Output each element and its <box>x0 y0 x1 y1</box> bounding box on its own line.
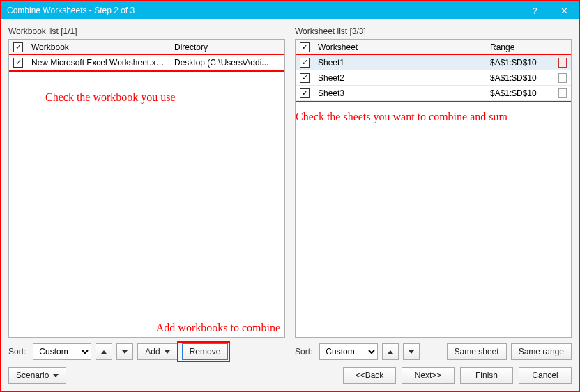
annotation-add: Add workbooks to combine <box>156 322 280 334</box>
next-button[interactable]: Next>> <box>402 367 455 384</box>
worksheet-row-checkbox[interactable] <box>300 73 310 83</box>
range-picker-icon[interactable] <box>558 58 567 68</box>
worksheet-row[interactable]: Sheet1 $A$1:$D$10 <box>296 55 571 70</box>
finish-button[interactable]: Finish <box>460 367 513 384</box>
same-sheet-button[interactable]: Same sheet <box>447 343 507 360</box>
move-down-button-right[interactable] <box>403 343 420 360</box>
annotation-workbook: Check the workbook you use <box>45 91 176 104</box>
worksheet-row[interactable]: Sheet2 $A$1:$D$10 <box>296 70 571 86</box>
add-button[interactable]: Add <box>137 343 177 360</box>
workbook-list-caption: Workbook list [1/1] <box>8 26 285 39</box>
range-picker-icon[interactable] <box>558 88 567 98</box>
worksheet-select-all-checkbox[interactable] <box>300 42 310 52</box>
worksheet-row[interactable]: Sheet3 $A$1:$D$10 <box>296 86 571 101</box>
workbook-row-checkbox[interactable] <box>13 58 23 68</box>
sort-label-left: Sort: <box>8 347 26 356</box>
remove-button[interactable]: Remove <box>182 343 229 360</box>
worksheet-row-checkbox[interactable] <box>300 58 310 68</box>
back-button[interactable]: <<Back <box>343 367 396 384</box>
sort-label-right: Sort: <box>295 347 312 356</box>
sort-select-left[interactable]: Custom <box>33 343 91 360</box>
workbook-select-all-checkbox[interactable] <box>13 42 23 52</box>
help-button[interactable]: ? <box>520 1 549 19</box>
move-down-button-left[interactable] <box>116 343 133 360</box>
title-bar: Combine Worksheets - Step 2 of 3 ? ✕ <box>1 1 579 19</box>
worksheet-row-name: Sheet3 <box>314 88 486 98</box>
worksheet-list-caption: Worksheet list [3/3] <box>295 26 572 39</box>
cancel-button[interactable]: Cancel <box>519 367 572 384</box>
worksheet-row-range: $A$1:$D$10 <box>486 88 554 98</box>
annotation-sheets: Check the sheets you want to combine and… <box>296 111 508 123</box>
worksheet-row-range: $A$1:$D$10 <box>486 58 554 68</box>
workbook-row-name: New Microsoft Excel Worksheet.xlsx <box>27 58 170 68</box>
move-up-button-left[interactable] <box>96 343 112 360</box>
close-button[interactable]: ✕ <box>549 1 579 19</box>
workbook-row[interactable]: New Microsoft Excel Worksheet.xlsx Deskt… <box>9 55 284 70</box>
worksheet-row-range: $A$1:$D$10 <box>486 73 554 83</box>
move-up-button-right[interactable] <box>382 343 399 360</box>
workbook-row-dir: Desktop (C:\Users\Addi... <box>170 58 284 68</box>
worksheet-row-name: Sheet2 <box>314 73 486 83</box>
range-picker-icon[interactable] <box>558 73 567 83</box>
window-title: Combine Worksheets - Step 2 of 3 <box>7 6 135 15</box>
worksheet-grid: Worksheet Range Sheet1 $A$1:$D$10 <box>295 39 572 338</box>
workbook-col-name[interactable]: Workbook <box>27 42 170 52</box>
sort-select-right[interactable]: Custom <box>319 343 378 360</box>
worksheet-col-range[interactable]: Range <box>486 42 554 52</box>
scenario-button[interactable]: Scenario <box>8 367 66 384</box>
worksheet-row-name: Sheet1 <box>314 58 486 68</box>
same-range-button[interactable]: Same range <box>511 343 572 360</box>
workbook-grid: Workbook Directory New Microsoft Excel W… <box>8 39 285 338</box>
workbook-col-directory[interactable]: Directory <box>170 42 284 52</box>
worksheet-row-checkbox[interactable] <box>300 88 310 98</box>
worksheet-col-name[interactable]: Worksheet <box>314 42 486 52</box>
